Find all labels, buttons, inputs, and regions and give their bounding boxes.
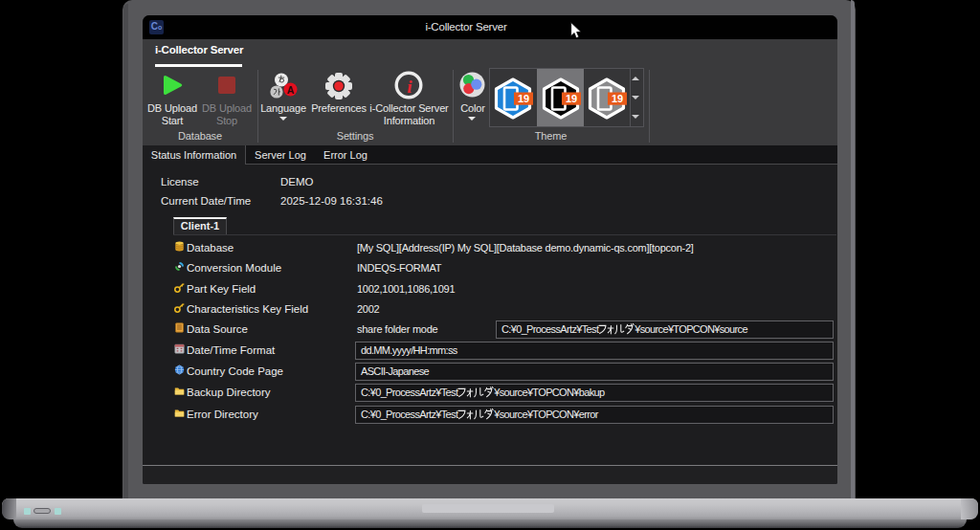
- svg-text:19: 19: [518, 93, 529, 104]
- svg-text:i: i: [407, 77, 412, 97]
- svg-text:A: A: [287, 84, 295, 96]
- svg-text:19: 19: [612, 93, 623, 104]
- svg-text:19: 19: [565, 93, 576, 104]
